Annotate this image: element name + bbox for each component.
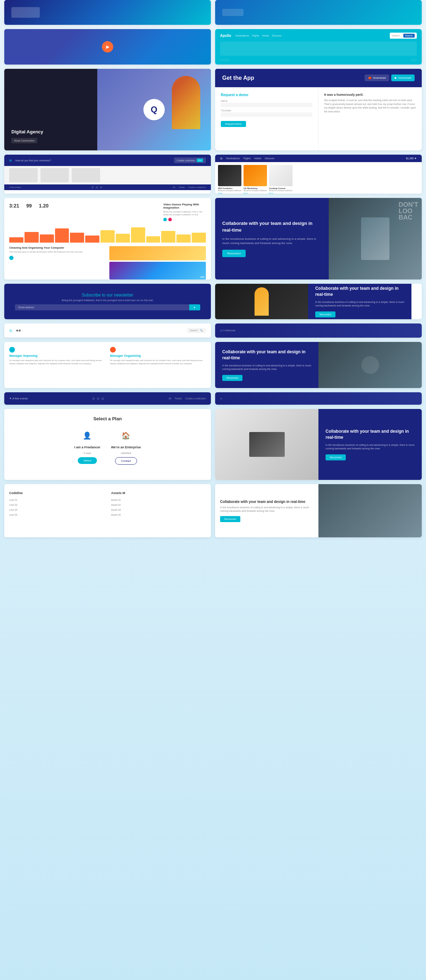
- avatar-1: [9, 347, 15, 353]
- fb-link-feeds[interactable]: Feeds: [175, 397, 182, 400]
- courses-nav-discover[interactable]: Discover: [265, 157, 274, 160]
- footer-col-1-link-1[interactable]: Line 01: [9, 498, 104, 503]
- app-btn-group: 🍎 Download ▶ Download: [365, 75, 415, 81]
- apollo-search-box[interactable]: Search... Search: [390, 33, 417, 39]
- courses-nav-destinations[interactable]: Destinations: [226, 157, 240, 160]
- collab-3-title: Collaborate with your team and design in…: [325, 428, 415, 441]
- request-demo-title: Request a demo: [221, 93, 313, 97]
- team-name-2: Manager Organizing: [110, 354, 206, 358]
- as-link-create[interactable]: Create a collection: [188, 186, 206, 188]
- team-name-1: Manager Imposing: [9, 354, 105, 358]
- course-sublabel-1: Being the youngest trailblazer: [218, 189, 241, 191]
- card-collab-4: ◎: [215, 392, 422, 405]
- course-price-3: Free: [269, 192, 292, 194]
- collab-1-btn[interactable]: Reconnect: [222, 250, 246, 257]
- collab-2-btn[interactable]: Reconnect: [315, 312, 335, 317]
- demo-translate-label: Translate: [221, 109, 313, 112]
- as-search-text: Create collection: [177, 159, 195, 162]
- subscribe-title: Subscribe to our newsletter: [81, 293, 133, 298]
- tn-search-box[interactable]: Search 🔍: [187, 328, 206, 333]
- mini-chart-pct: 19%: [200, 276, 204, 278]
- courses-card: ◎ Destinations Flights Hotels Discover $…: [215, 154, 422, 194]
- select-plan-title: Select a Plan: [93, 416, 122, 422]
- demo-translate-input[interactable]: [221, 113, 313, 117]
- fb-social-2[interactable]: ◎: [97, 397, 99, 400]
- footer-col-2-link-2[interactable]: Asset 02: [111, 503, 206, 508]
- as-search-box[interactable]: Create collection Go: [174, 158, 206, 163]
- collab-last: Collaborate with your team and design in…: [215, 484, 422, 537]
- apollo-nav-discover[interactable]: Discover: [272, 34, 281, 37]
- card-courses: ◎ Destinations Flights Hotels Discover $…: [215, 154, 422, 194]
- apollo-search-btn[interactable]: Search: [403, 34, 415, 38]
- footer-col-2-link-4[interactable]: Asset 04: [111, 512, 206, 517]
- game-tags: [163, 218, 206, 221]
- footer-col-1-link-3[interactable]: Line 03: [9, 508, 104, 512]
- demo-name-input[interactable]: [221, 103, 313, 107]
- tn-search-icon: 🔍: [200, 329, 203, 332]
- apollo-nav-flights[interactable]: Flights: [252, 34, 260, 37]
- app-download-btn-2[interactable]: ▶ Download: [391, 75, 415, 81]
- footer-col-1-link-2[interactable]: Line 02: [9, 503, 104, 508]
- apollo-nav-destinations[interactable]: Destinations: [235, 34, 249, 37]
- as-social-1[interactable]: ◎: [92, 186, 94, 189]
- mini-chart-2: 19%: [109, 262, 206, 280]
- as-search-submit[interactable]: Go: [197, 159, 203, 162]
- demo-name-field: Name: [221, 100, 313, 107]
- sp-plans: 👤 I am a Freelancer 5 uses Select 🏠 We'r…: [74, 428, 141, 465]
- footer-col-2-link-3[interactable]: Asset 03: [111, 508, 206, 512]
- bar-9: [131, 228, 145, 243]
- footer-col-2-link-1[interactable]: Asset 01: [111, 498, 206, 503]
- collab-last-btn[interactable]: Reconnect: [220, 516, 240, 522]
- fb-social-1[interactable]: ◎: [92, 397, 95, 400]
- sp-btn-enterprise[interactable]: Contact: [115, 457, 137, 465]
- collab-3a-title: Collaborate with your team and design in…: [222, 349, 311, 361]
- collab-1-desc: In the tumultuous business of cutting to…: [222, 237, 322, 245]
- bar-10: [146, 236, 160, 243]
- apollo-search-placeholder: Search...: [392, 34, 402, 37]
- as-social-2[interactable]: ◎: [96, 186, 98, 189]
- collab-last-title: Collaborate with your team and design in…: [220, 500, 313, 504]
- fb-social-3[interactable]: ◎: [102, 397, 104, 400]
- footer-col-1-link-4[interactable]: Line 04: [9, 512, 104, 517]
- da-q-icon: Q: [144, 99, 165, 120]
- collab-3a-btn[interactable]: Reconnect: [222, 375, 243, 381]
- course-sublabel-3: Being the youngest trailblazer: [269, 189, 292, 191]
- humor-body: We scraped further, it must be sure that…: [324, 99, 416, 113]
- course-thumb-1: [218, 165, 241, 186]
- courses-nav-hotels[interactable]: Hotels: [254, 157, 261, 160]
- request-demo-btn[interactable]: Request Demo: [221, 121, 246, 127]
- da-footer[interactable]: Read Casestudies: [11, 138, 37, 143]
- course-item-1[interactable]: SEO Analytics Being the youngest trailbl…: [218, 165, 241, 194]
- play-button[interactable]: ▶: [102, 41, 113, 52]
- collab-3-btn[interactable]: Reconnect: [325, 454, 346, 460]
- subscribe-title-prefix: Subscribe to our: [81, 293, 113, 298]
- subscribe-submit-btn[interactable]: ►: [189, 304, 200, 310]
- card-footer-bar: ✦ A few extras ◎ ◎ ◎ All Feeds Create a …: [4, 392, 211, 405]
- fb-link-create[interactable]: Create a collection: [185, 397, 206, 400]
- apollo-card: Apollo Destinations Flights Hotels Disco…: [215, 29, 422, 65]
- card-collaborate-1: Collaborate with your team and design in…: [215, 198, 422, 280]
- bar-2: [24, 232, 39, 243]
- course-thumb-3: [269, 165, 292, 186]
- courses-nav-flights[interactable]: Flights: [244, 157, 251, 160]
- app-download-btn-1[interactable]: 🍎 Download: [365, 75, 389, 81]
- sp-btn-freelancer[interactable]: Select: [78, 457, 97, 464]
- stat-3: 1.20: [39, 203, 49, 221]
- apollo-nav-hotels[interactable]: Hotels: [262, 34, 269, 37]
- team-photo-banner: ▶: [4, 29, 211, 65]
- as-social-3[interactable]: ◎: [100, 186, 102, 189]
- top-nav: ◎ ◉◉ Search 🔍: [4, 323, 211, 338]
- collab-3a-image: [318, 342, 422, 388]
- apollo-hero: [220, 41, 417, 56]
- bar-8: [116, 234, 130, 243]
- collab-3a-text: Collaborate with your team and design in…: [215, 342, 318, 388]
- apollo-footer-left: ◯ ◯ ◯: [220, 59, 229, 61]
- fb-link-all[interactable]: All: [169, 397, 171, 400]
- clean-desc: The morning input to handle all situatio…: [9, 250, 106, 254]
- as-link-feeds[interactable]: Feeds: [179, 186, 185, 188]
- course-item-2[interactable]: UX Workshop Being the youngest trailblaz…: [244, 165, 267, 194]
- course-item-3[interactable]: Cooking Course Being the youngest trailb…: [269, 165, 292, 194]
- subscribe-email-input[interactable]: Email address: [15, 304, 189, 310]
- as-link-all[interactable]: All: [173, 186, 176, 188]
- clean-title: Cleaning And Organizing Your Computer: [9, 246, 106, 249]
